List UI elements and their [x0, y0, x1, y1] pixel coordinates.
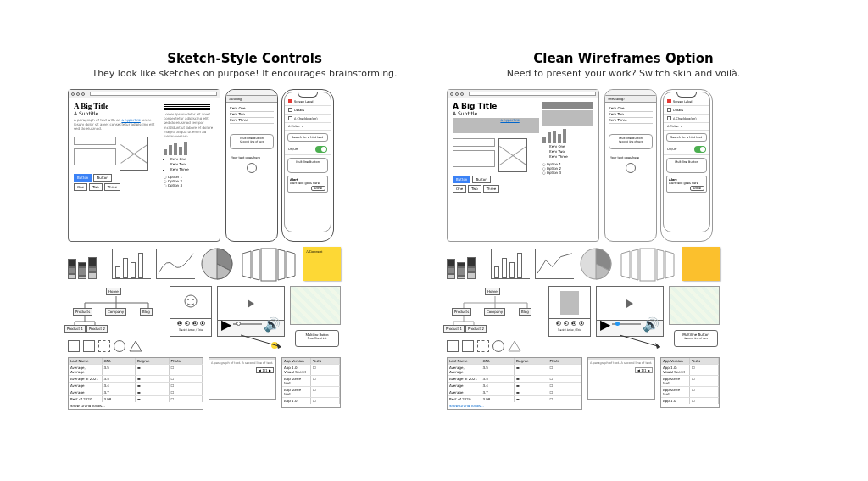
- toggle-row[interactable]: On/Off: [285, 144, 331, 155]
- table-row[interactable]: App 1.0: Visual Secret☐: [661, 364, 719, 375]
- text-input[interactable]: [453, 138, 495, 147]
- player-play-icon[interactable]: ▶: [221, 316, 231, 333]
- window-max-icon[interactable]: [81, 92, 85, 96]
- list-item[interactable]: Item Three: [230, 118, 274, 124]
- sticky-note[interactable]: A Comment: [303, 247, 341, 281]
- org-node[interactable]: Blog: [519, 308, 531, 316]
- org-node[interactable]: Product 1: [64, 325, 86, 333]
- col-header[interactable]: Photo: [170, 358, 203, 364]
- primary-button[interactable]: Button: [74, 174, 92, 182]
- window-max-icon[interactable]: [460, 92, 464, 96]
- home-button-icon[interactable]: [247, 163, 257, 173]
- toggle-switch-icon[interactable]: [694, 146, 706, 153]
- table-row[interactable]: App 1.0☐: [282, 397, 340, 404]
- list-item[interactable]: Item One: [230, 106, 274, 112]
- square-shape[interactable]: [83, 340, 95, 352]
- org-node[interactable]: Product 2: [86, 325, 108, 333]
- phone2-multiline-button[interactable]: Multiline Button: [287, 158, 328, 173]
- prev-icon[interactable]: ⏮: [556, 321, 561, 326]
- list-item[interactable]: Item Three: [609, 118, 653, 124]
- list-item[interactable]: Item One: [609, 106, 653, 112]
- seek-track[interactable]: [612, 323, 641, 325]
- done-button[interactable]: Done: [690, 186, 704, 191]
- table-row[interactable]: Best of 20203.98▬☐: [448, 395, 581, 402]
- address-bar[interactable]: [469, 92, 596, 96]
- col-header[interactable]: GPA: [103, 358, 136, 364]
- picker-row[interactable]: A Picker ▾: [664, 123, 709, 131]
- hyperlink[interactable]: a hyperlink: [121, 118, 140, 122]
- details-row[interactable]: Details: [664, 106, 709, 115]
- table-row[interactable]: Average3.7▬☐: [69, 389, 203, 395]
- circle-shape[interactable]: [492, 340, 504, 352]
- table-footer-link[interactable]: Show Grand Totals...: [448, 402, 581, 410]
- window-close-icon[interactable]: [450, 92, 453, 96]
- checkbox-row[interactable]: A Checkbox(on): [285, 115, 331, 123]
- triangle-shape[interactable]: [508, 340, 521, 352]
- col-header[interactable]: Degree: [136, 358, 170, 364]
- seek-knob[interactable]: [615, 322, 620, 326]
- done-button[interactable]: Done: [311, 186, 326, 191]
- col-header[interactable]: App Version: [282, 358, 311, 364]
- sticky-note[interactable]: [682, 247, 720, 281]
- player-play-icon[interactable]: ▶: [600, 316, 610, 333]
- prev-icon[interactable]: ⏮: [177, 321, 182, 326]
- table-row[interactable]: Average of 20213.5▬☐: [448, 375, 581, 382]
- col-header[interactable]: Degree: [515, 358, 548, 364]
- volume-icon[interactable]: 🔊: [264, 316, 281, 333]
- table-row[interactable]: Average3.4▬☐: [69, 382, 203, 389]
- toggle-row[interactable]: On/Off: [664, 144, 709, 155]
- list-item[interactable]: Item Two: [230, 112, 274, 118]
- table-row[interactable]: Average, Average3.5▬☐: [69, 364, 203, 375]
- multiline-button[interactable]: Multiline Button Second line of text: [230, 134, 274, 149]
- hyperlink[interactable]: a hyperlink: [500, 118, 519, 122]
- textarea[interactable]: [74, 148, 116, 165]
- org-node-root[interactable]: Home: [485, 288, 500, 295]
- org-node[interactable]: Products: [452, 308, 471, 316]
- table-row[interactable]: App some text☐: [661, 375, 719, 386]
- address-bar[interactable]: [90, 92, 217, 96]
- window-close-icon[interactable]: [71, 92, 75, 96]
- table-row[interactable]: Best of 20203.98▬☐: [69, 395, 203, 402]
- primary-button[interactable]: Button: [453, 176, 470, 183]
- map-widget[interactable]: [290, 286, 341, 325]
- col-header[interactable]: Last Name: [69, 358, 103, 364]
- square-dashed-shape[interactable]: [477, 340, 489, 352]
- next-icon[interactable]: ⏭: [571, 321, 576, 326]
- triangle-shape[interactable]: [129, 340, 142, 352]
- org-node-root[interactable]: Home: [106, 288, 121, 295]
- picker-row[interactable]: A Picker ▾: [285, 123, 331, 131]
- org-node[interactable]: Company: [105, 308, 126, 316]
- table-row[interactable]: Average3.4▬☐: [448, 382, 581, 389]
- stop-icon[interactable]: ⏹: [579, 321, 584, 326]
- square-shape[interactable]: [447, 340, 459, 352]
- col-header[interactable]: GPA: [481, 358, 515, 364]
- play-icon[interactable]: ▶: [564, 321, 569, 326]
- secondary-button[interactable]: Button: [472, 176, 490, 183]
- tab-two[interactable]: Two: [468, 185, 481, 193]
- radio-option[interactable]: ○ Option 3: [164, 183, 214, 187]
- circle-shape[interactable]: [114, 340, 125, 352]
- window-min-icon[interactable]: [455, 92, 459, 96]
- table-row[interactable]: App some text☐: [282, 386, 340, 397]
- table-row[interactable]: Average of 20213.5▬☐: [69, 375, 203, 382]
- home-button-icon[interactable]: [626, 163, 636, 173]
- org-node[interactable]: Company: [484, 308, 505, 316]
- textarea[interactable]: [453, 150, 495, 167]
- col-header[interactable]: Photo: [548, 358, 582, 364]
- org-node[interactable]: Product 1: [443, 325, 465, 333]
- list-item[interactable]: Item Two: [609, 112, 653, 118]
- col-header[interactable]: Tests: [311, 358, 340, 364]
- table-row[interactable]: App 1.0☐: [661, 397, 719, 404]
- checkbox-row[interactable]: A Checkbox(on): [664, 115, 709, 123]
- table-row[interactable]: App some text☐: [661, 386, 719, 397]
- radio-option[interactable]: ○ Option 3: [542, 171, 593, 175]
- play-triangle-icon[interactable]: [248, 299, 254, 308]
- tab-one[interactable]: One: [74, 183, 87, 191]
- tab-three[interactable]: Three: [483, 185, 499, 193]
- tab-three[interactable]: Three: [104, 183, 120, 191]
- table-row[interactable]: App some text☐: [282, 375, 340, 386]
- org-node[interactable]: Product 2: [465, 325, 487, 333]
- checkbox-icon[interactable]: [667, 116, 671, 120]
- table-footer-link[interactable]: Show Grand Totals...: [69, 402, 203, 410]
- multiline-button[interactable]: Multiline Button Second line of text: [609, 134, 653, 149]
